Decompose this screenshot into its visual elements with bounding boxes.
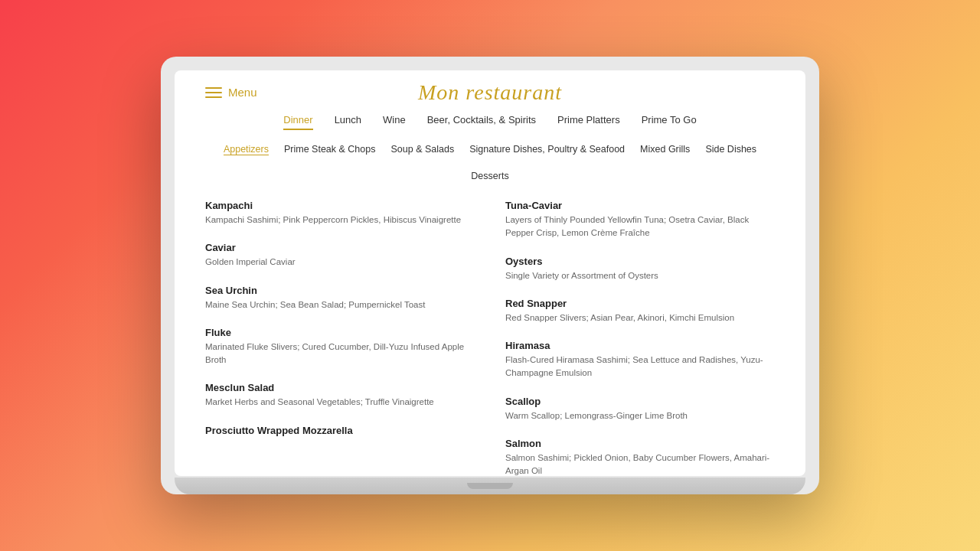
header: Menu Mon restaurant <box>205 86 775 99</box>
menu-item-desc: Marinated Fluke Slivers; Cured Cucumber,… <box>205 341 475 367</box>
menu-item-desc: Flash-Cured Hiramasa Sashimi; Sea Lettuc… <box>505 354 775 380</box>
list-item: Oysters Single Variety or Assortment of … <box>505 256 775 282</box>
menu-label[interactable]: Menu <box>228 86 257 99</box>
list-item: Red Snapper Red Snapper Slivers; Asian P… <box>505 298 775 324</box>
screen-content: Menu Mon restaurant Dinner Lunch Wine Be… <box>175 70 805 476</box>
restaurant-title: Mon restaurant <box>418 80 562 105</box>
menu-item-desc: Salmon Sashimi; Pickled Onion, Baby Cucu… <box>505 452 775 476</box>
list-item: Hiramasa Flash-Cured Hiramasa Sashimi; S… <box>505 340 775 380</box>
menu-item-name: Oysters <box>505 256 775 267</box>
sub-nav: Appetizers Prime Steak & Chops Soup & Sa… <box>205 144 775 181</box>
list-item: Sea Urchin Maine Sea Urchin; Sea Bean Sa… <box>205 285 475 311</box>
tab-prime-platters[interactable]: Prime Platters <box>557 114 620 130</box>
subtab-side-dishes[interactable]: Side Dishes <box>705 144 756 155</box>
list-item: Kampachi Kampachi Sashimi; Pink Pepperco… <box>205 200 475 227</box>
menu-item-name: Hiramasa <box>505 340 775 351</box>
menu-item-name: Fluke <box>205 327 475 338</box>
laptop-screen: Menu Mon restaurant Dinner Lunch Wine Be… <box>175 70 805 476</box>
tab-prime-to-go[interactable]: Prime To Go <box>642 114 697 130</box>
tab-lunch[interactable]: Lunch <box>335 114 361 130</box>
list-item: Scallop Warm Scallop; Lemongrass-Ginger … <box>505 396 775 422</box>
menu-item-name: Red Snapper <box>505 298 775 309</box>
subtab-desserts[interactable]: Desserts <box>471 171 508 181</box>
tab-dinner[interactable]: Dinner <box>283 114 312 130</box>
menu-item-desc: Maine Sea Urchin; Sea Bean Salad; Pumper… <box>205 298 475 311</box>
menu-item-desc: Single Variety or Assortment of Oysters <box>505 269 775 282</box>
laptop-notch <box>467 483 513 489</box>
menu-item-name: Kampachi <box>205 200 475 211</box>
list-item: Mesclun Salad Market Herbs and Seasonal … <box>205 382 475 409</box>
menu-item-desc: Layers of Thinly Pounded Yellowfin Tuna;… <box>505 214 775 240</box>
menu-left-column: Kampachi Kampachi Sashimi; Pink Pepperco… <box>205 200 475 476</box>
subtab-mixed-grills[interactable]: Mixed Grills <box>640 144 690 155</box>
list-item: Prosciutto Wrapped Mozzarella <box>205 425 475 436</box>
menu-item-name: Sea Urchin <box>205 285 475 296</box>
menu-item-name: Scallop <box>505 396 775 407</box>
hamburger-menu-button[interactable] <box>205 87 222 98</box>
menu-item-name: Caviar <box>205 242 475 253</box>
tab-beer-cocktails[interactable]: Beer, Cocktails, & Spirits <box>427 114 536 130</box>
laptop-container: Menu Mon restaurant Dinner Lunch Wine Be… <box>161 57 819 494</box>
list-item: Salmon Salmon Sashimi; Pickled Onion, Ba… <box>505 438 775 476</box>
menu-item-desc: Golden Imperial Caviar <box>205 256 475 269</box>
list-item: Fluke Marinated Fluke Slivers; Cured Cuc… <box>205 327 475 367</box>
subtab-soup-salads[interactable]: Soup & Salads <box>390 144 454 155</box>
list-item: Caviar Golden Imperial Caviar <box>205 242 475 269</box>
tab-wine[interactable]: Wine <box>383 114 406 130</box>
menu-item-name: Salmon <box>505 438 775 449</box>
menu-item-desc: Red Snapper Slivers; Asian Pear, Akinori… <box>505 311 775 324</box>
menu-item-desc: Kampachi Sashimi; Pink Peppercorn Pickle… <box>205 214 475 227</box>
menu-item-desc: Market Herbs and Seasonal Vegetables; Tr… <box>205 396 475 409</box>
menu-item-name: Prosciutto Wrapped Mozzarella <box>205 425 475 436</box>
list-item: Tuna-Caviar Layers of Thinly Pounded Yel… <box>505 200 775 240</box>
menu-grid: Kampachi Kampachi Sashimi; Pink Pepperco… <box>205 200 775 476</box>
menu-item-name: Tuna-Caviar <box>505 200 775 211</box>
main-nav: Dinner Lunch Wine Beer, Cocktails, & Spi… <box>205 114 775 130</box>
subtab-prime-steak[interactable]: Prime Steak & Chops <box>284 144 376 155</box>
menu-item-name: Mesclun Salad <box>205 382 475 393</box>
laptop-base <box>175 478 805 494</box>
menu-right-column: Tuna-Caviar Layers of Thinly Pounded Yel… <box>505 200 775 476</box>
subtab-appetizers[interactable]: Appetizers <box>224 144 269 155</box>
subtab-signature-dishes[interactable]: Signature Dishes, Poultry & Seafood <box>469 144 625 155</box>
menu-item-desc: Warm Scallop; Lemongrass-Ginger Lime Bro… <box>505 409 775 422</box>
